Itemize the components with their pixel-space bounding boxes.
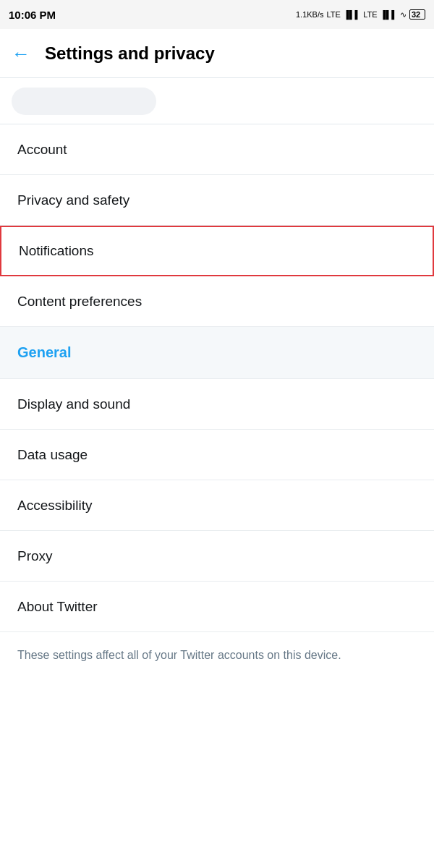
menu-item-label-account: Account (17, 142, 67, 158)
menu-item-label-content: Content preferences (17, 294, 142, 310)
back-button[interactable]: ← (12, 44, 30, 63)
search-area (0, 78, 434, 124)
general-items-container: Display and soundData usageAccessibility… (0, 379, 434, 632)
general-item-about[interactable]: About Twitter (0, 582, 434, 632)
page-title: Settings and privacy (45, 43, 215, 64)
menu-items-container: AccountPrivacy and safetyNotificationsCo… (0, 124, 434, 327)
general-section-header: General (0, 327, 434, 379)
menu-item-content[interactable]: Content preferences (0, 276, 434, 327)
search-box[interactable] (12, 88, 156, 115)
lte-icon: LTE (327, 10, 341, 19)
signal-icon: ▐▌▌ (344, 10, 360, 19)
network-speed: 1.1KB/s (296, 10, 324, 19)
menu-item-label-privacy: Privacy and safety (17, 192, 129, 208)
general-item-proxy[interactable]: Proxy (0, 531, 434, 582)
general-item-label-data: Data usage (17, 447, 88, 463)
general-item-label-accessibility: Accessibility (17, 498, 92, 514)
battery-icon: 32 (409, 9, 425, 20)
status-icons: 1.1KB/s LTE ▐▌▌ LTE ▐▌▌ ∿ 32 (296, 9, 425, 20)
signal2-icon: ▐▌▌ (380, 10, 397, 19)
header: ← Settings and privacy (0, 29, 434, 78)
status-bar: 10:06 PM 1.1KB/s LTE ▐▌▌ LTE ▐▌▌ ∿ 32 (0, 0, 434, 29)
menu-item-privacy[interactable]: Privacy and safety (0, 175, 434, 226)
general-item-label-display: Display and sound (17, 396, 130, 412)
lte2-icon: LTE (363, 10, 377, 19)
general-label: General (17, 344, 71, 361)
footer-note: These settings affect all of your Twitte… (0, 632, 434, 678)
status-time: 10:06 PM (9, 9, 56, 21)
menu-item-notifications[interactable]: Notifications (0, 226, 434, 276)
general-item-data[interactable]: Data usage (0, 430, 434, 480)
general-item-label-about: About Twitter (17, 599, 98, 615)
footer-note-text: These settings affect all of your Twitte… (17, 649, 341, 661)
menu-item-label-notifications: Notifications (19, 243, 94, 259)
general-item-accessibility[interactable]: Accessibility (0, 480, 434, 531)
wifi-icon: ∿ (400, 10, 407, 20)
general-item-label-proxy: Proxy (17, 548, 53, 564)
general-item-display[interactable]: Display and sound (0, 379, 434, 430)
menu-item-account[interactable]: Account (0, 124, 434, 175)
